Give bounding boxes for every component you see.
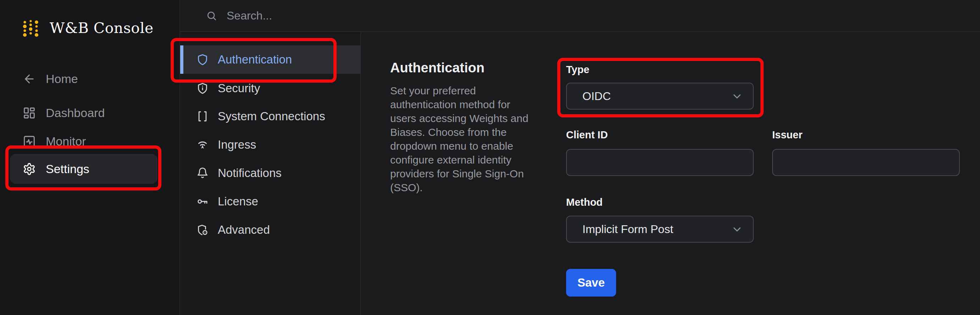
page-title: Authentication xyxy=(390,60,485,76)
subnav-item-security[interactable]: Security xyxy=(180,74,360,102)
subnav-item-label: License xyxy=(218,195,258,208)
key-icon xyxy=(197,196,208,207)
bell-icon xyxy=(197,167,208,179)
issuer-input[interactable] xyxy=(772,149,960,176)
shield-info-icon xyxy=(197,82,208,94)
magnifier-icon xyxy=(206,10,218,22)
type-select-value: OIDC xyxy=(582,90,611,103)
subnav-item-label: Notifications xyxy=(218,166,282,180)
search-bar xyxy=(206,9,476,23)
sidebar-item-label: Dashboard xyxy=(46,106,105,120)
issuer-label: Issuer xyxy=(772,129,802,141)
client-id-label: Client ID xyxy=(566,129,608,141)
search-input[interactable] xyxy=(226,9,476,23)
subnav-item-label: Advanced xyxy=(218,223,270,237)
method-select-value: Implicit Form Post xyxy=(582,223,673,236)
sidebar-item-label: Home xyxy=(46,72,78,86)
sidebar-item-settings[interactable]: Settings xyxy=(10,154,158,184)
sidebar-item-dashboard[interactable]: Dashboard xyxy=(10,98,158,128)
type-label: Type xyxy=(566,64,590,76)
sidebar-item-label: Settings xyxy=(46,162,89,176)
method-select[interactable]: Implicit Form Post xyxy=(566,216,754,243)
type-select[interactable]: OIDC xyxy=(566,83,754,110)
subnav-item-authentication[interactable]: Authentication xyxy=(180,45,360,74)
app-logo: W&B Console xyxy=(22,18,154,38)
subnav-item-notifications[interactable]: Notifications xyxy=(180,159,360,187)
dashboard-icon xyxy=(23,107,36,119)
subnav-item-system-connections[interactable]: System Connections xyxy=(180,102,360,130)
subnav-item-advanced[interactable]: Advanced xyxy=(180,216,360,244)
subnav-item-label: Authentication xyxy=(218,53,292,66)
chevron-down-icon xyxy=(731,90,743,102)
page-description: Set your preferred authentication method… xyxy=(390,84,535,194)
chevron-down-icon xyxy=(731,223,743,235)
arrow-left-icon xyxy=(23,72,36,86)
subnav-item-label: System Connections xyxy=(218,110,325,123)
brackets-icon xyxy=(197,110,208,123)
settings-subnav: Authentication Security System Connectio… xyxy=(180,32,361,315)
main-content: Authentication Set your preferred authen… xyxy=(361,32,980,315)
gear-icon xyxy=(23,162,36,176)
subnav-item-license[interactable]: License xyxy=(180,187,360,216)
sidebar-item-monitor[interactable]: Monitor xyxy=(10,126,158,156)
subnav-item-label: Ingress xyxy=(218,138,256,151)
subnav-item-ingress[interactable]: Ingress xyxy=(180,130,360,159)
wifi-ingress-icon xyxy=(197,139,208,151)
sidebar: W&B Console Home Dashboard Monitor Setti… xyxy=(0,0,180,315)
sidebar-item-home[interactable]: Home xyxy=(10,64,158,94)
method-label: Method xyxy=(566,197,603,208)
shield-badge-icon xyxy=(197,224,208,236)
save-button[interactable]: Save xyxy=(566,269,616,297)
topbar xyxy=(180,0,980,32)
subnav-item-label: Security xyxy=(218,81,260,95)
wandb-dots-icon xyxy=(22,18,40,38)
monitor-icon xyxy=(23,135,36,148)
app-title: W&B Console xyxy=(50,19,154,37)
client-id-input[interactable] xyxy=(566,149,754,176)
shield-icon xyxy=(197,54,208,65)
sidebar-item-label: Monitor xyxy=(46,134,86,148)
